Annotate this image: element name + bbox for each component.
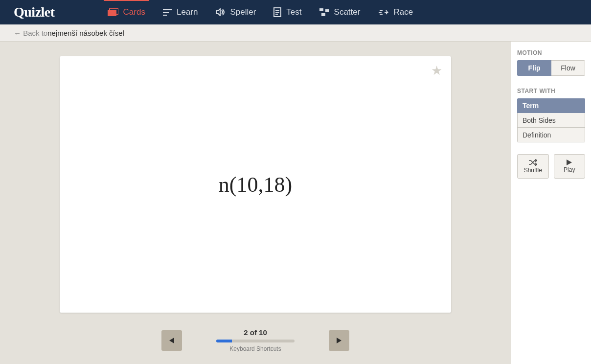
shuffle-button[interactable]: Shuffle (517, 154, 549, 179)
svg-marker-14 (567, 159, 572, 165)
startwith-label: START WITH (517, 88, 585, 94)
learn-icon (163, 9, 172, 16)
nav-race-label: Race (393, 7, 413, 17)
cards-icon (108, 8, 118, 16)
breadcrumb: ← Back to nejmenší násobek čísel (0, 24, 591, 42)
svg-rect-0 (108, 10, 116, 16)
svg-rect-3 (163, 12, 169, 13)
next-button[interactable] (329, 330, 349, 351)
svg-rect-4 (163, 15, 167, 16)
controls-center: 2 of 10 Keyboard Shortcuts (216, 328, 295, 352)
svg-rect-2 (163, 9, 172, 10)
card-term: n(10,18) (219, 172, 292, 197)
shuffle-icon (528, 159, 537, 166)
star-icon[interactable]: ★ (431, 63, 442, 78)
shuffle-label: Shuffle (524, 167, 542, 174)
triangle-left-icon (169, 338, 174, 343)
nav-test[interactable]: Test (265, 0, 310, 24)
nav-test-label: Test (286, 7, 301, 17)
startwith-list: Term Both Sides Definition (517, 98, 585, 142)
startwith-definition[interactable]: Definition (517, 128, 585, 142)
nav-cards[interactable]: Cards (99, 0, 154, 24)
breadcrumb-back[interactable]: ← Back to (14, 29, 47, 37)
breadcrumb-title[interactable]: nejmenší násobek čísel (47, 29, 124, 37)
svg-rect-11 (321, 13, 325, 16)
nav-learn-label: Learn (177, 7, 198, 17)
nav-scatter-label: Scatter (334, 7, 361, 17)
startwith-both[interactable]: Both Sides (517, 113, 585, 128)
startwith-term[interactable]: Term (517, 98, 585, 113)
svg-rect-9 (319, 8, 323, 11)
motion-flow[interactable]: Flow (551, 60, 585, 76)
keyboard-shortcuts-link[interactable]: Keyboard Shortcuts (229, 345, 281, 352)
prev-button[interactable] (161, 330, 182, 351)
triangle-right-icon (337, 338, 341, 343)
nav-race[interactable]: Race (369, 0, 422, 24)
race-icon (378, 9, 388, 16)
progress-fill (216, 340, 232, 342)
options-sidebar: MOTION Flip Flow START WITH Term Both Si… (511, 42, 591, 364)
svg-marker-12 (169, 338, 174, 343)
nav-speller[interactable]: Speller (206, 0, 265, 24)
main-area: ★ n(10,18) 2 of 10 Keyboard Shortcuts MO… (0, 42, 591, 364)
play-button[interactable]: Play (554, 154, 586, 179)
play-label: Play (564, 166, 575, 173)
motion-flip[interactable]: Flip (517, 60, 551, 76)
top-navigation: Quizlet Cards Learn Speller Test Scatter (0, 0, 591, 24)
svg-marker-13 (337, 338, 341, 343)
card-controls: 2 of 10 Keyboard Shortcuts (60, 328, 451, 352)
card-area: ★ n(10,18) 2 of 10 Keyboard Shortcuts (0, 42, 511, 364)
play-icon (567, 159, 572, 165)
speller-icon (215, 8, 225, 16)
motion-toggle: Flip Flow (517, 60, 585, 76)
brand-logo[interactable]: Quizlet (14, 4, 55, 20)
nav-cards-label: Cards (123, 7, 145, 17)
scatter-icon (319, 8, 329, 16)
flashcard[interactable]: ★ n(10,18) (60, 56, 451, 313)
svg-rect-10 (325, 9, 329, 12)
action-row: Shuffle Play (517, 154, 585, 179)
nav-speller-label: Speller (230, 7, 256, 17)
nav-learn[interactable]: Learn (154, 0, 206, 24)
progress-bar (216, 340, 295, 342)
card-counter: 2 of 10 (244, 328, 267, 337)
nav-scatter[interactable]: Scatter (311, 0, 369, 24)
motion-label: MOTION (517, 49, 585, 56)
test-icon (273, 7, 281, 17)
